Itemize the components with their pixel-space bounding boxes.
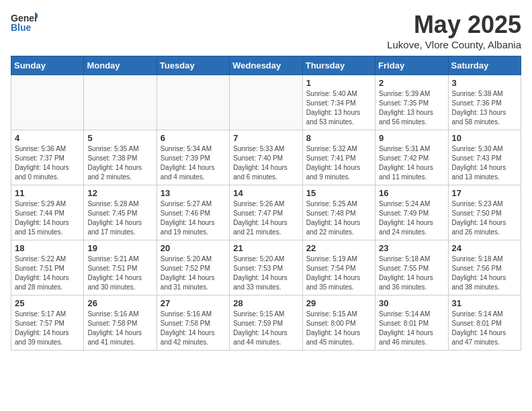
day-info: Sunrise: 5:20 AM Sunset: 7:52 PM Dayligh… [161,255,226,292]
day-info: Sunrise: 5:17 AM Sunset: 7:57 PM Dayligh… [15,310,80,347]
day-info: Sunrise: 5:34 AM Sunset: 7:39 PM Dayligh… [161,144,226,182]
table-row: 31Sunrise: 5:14 AM Sunset: 8:01 PM Dayli… [448,295,521,351]
day-info: Sunrise: 5:31 AM Sunset: 7:42 PM Dayligh… [379,144,444,182]
table-row: 25Sunrise: 5:17 AM Sunset: 7:57 PM Dayli… [11,295,84,351]
day-number: 30 [379,298,444,308]
table-row: 23Sunrise: 5:18 AM Sunset: 7:55 PM Dayli… [375,240,448,295]
table-row [11,75,84,130]
day-info: Sunrise: 5:14 AM Sunset: 8:01 PM Dayligh… [379,310,444,347]
day-number: 6 [161,133,226,143]
header-saturday: Saturday [448,56,521,75]
day-info: Sunrise: 5:26 AM Sunset: 7:47 PM Dayligh… [233,199,298,237]
day-info: Sunrise: 5:32 AM Sunset: 7:41 PM Dayligh… [306,144,371,182]
day-info: Sunrise: 5:18 AM Sunset: 7:55 PM Dayligh… [379,255,444,292]
table-row: 20Sunrise: 5:20 AM Sunset: 7:52 PM Dayli… [157,240,229,295]
header-tuesday: Tuesday [157,56,229,75]
table-row: 2Sunrise: 5:39 AM Sunset: 7:35 PM Daylig… [375,75,448,130]
day-info: Sunrise: 5:22 AM Sunset: 7:51 PM Dayligh… [15,255,80,292]
table-row: 11Sunrise: 5:29 AM Sunset: 7:44 PM Dayli… [11,185,84,240]
table-row: 28Sunrise: 5:15 AM Sunset: 7:59 PM Dayli… [230,295,302,351]
header-thursday: Thursday [302,56,375,75]
table-row: 19Sunrise: 5:21 AM Sunset: 7:51 PM Dayli… [84,240,157,295]
day-number: 11 [15,188,80,198]
calendar-header-row: Sunday Monday Tuesday Wednesday Thursday… [11,56,521,75]
table-row: 26Sunrise: 5:16 AM Sunset: 7:58 PM Dayli… [84,295,157,351]
day-number: 28 [233,298,298,308]
table-row: 24Sunrise: 5:18 AM Sunset: 7:56 PM Dayli… [448,240,521,295]
day-info: Sunrise: 5:24 AM Sunset: 7:49 PM Dayligh… [379,199,444,237]
day-info: Sunrise: 5:30 AM Sunset: 7:43 PM Dayligh… [452,144,517,182]
day-number: 10 [452,133,517,143]
day-info: Sunrise: 5:27 AM Sunset: 7:46 PM Dayligh… [161,199,226,237]
day-number: 9 [379,133,444,143]
day-number: 7 [233,133,298,143]
day-number: 24 [452,243,517,253]
header-friday: Friday [375,56,448,75]
day-number: 20 [161,243,226,253]
table-row: 13Sunrise: 5:27 AM Sunset: 7:46 PM Dayli… [157,185,229,240]
day-info: Sunrise: 5:16 AM Sunset: 7:58 PM Dayligh… [87,310,152,347]
day-number: 1 [306,78,371,88]
day-number: 31 [452,298,517,308]
table-row: 30Sunrise: 5:14 AM Sunset: 8:01 PM Dayli… [375,295,448,351]
day-number: 27 [161,298,226,308]
day-number: 14 [233,188,298,198]
day-number: 2 [379,78,444,88]
page-header: General Blue May 2025 Lukove, Vlore Coun… [11,11,521,50]
day-info: Sunrise: 5:15 AM Sunset: 7:59 PM Dayligh… [233,310,298,347]
table-row [230,75,302,130]
table-row: 6Sunrise: 5:34 AM Sunset: 7:39 PM Daylig… [157,130,229,185]
header-monday: Monday [84,56,157,75]
day-number: 18 [15,243,80,253]
table-row: 16Sunrise: 5:24 AM Sunset: 7:49 PM Dayli… [375,185,448,240]
table-row: 27Sunrise: 5:16 AM Sunset: 7:58 PM Dayli… [157,295,229,351]
day-number: 4 [15,133,80,143]
table-row: 22Sunrise: 5:19 AM Sunset: 7:54 PM Dayli… [302,240,375,295]
table-row: 8Sunrise: 5:32 AM Sunset: 7:41 PM Daylig… [302,130,375,185]
day-number: 26 [87,298,152,308]
day-number: 17 [452,188,517,198]
day-number: 22 [306,243,371,253]
table-row: 21Sunrise: 5:20 AM Sunset: 7:53 PM Dayli… [230,240,302,295]
day-number: 8 [306,133,371,143]
calendar-week-row: 25Sunrise: 5:17 AM Sunset: 7:57 PM Dayli… [11,295,521,351]
day-number: 12 [87,188,152,198]
day-number: 29 [306,298,371,308]
day-number: 16 [379,188,444,198]
table-row: 18Sunrise: 5:22 AM Sunset: 7:51 PM Dayli… [11,240,84,295]
day-number: 3 [452,78,517,88]
day-info: Sunrise: 5:14 AM Sunset: 8:01 PM Dayligh… [452,310,517,347]
table-row: 3Sunrise: 5:38 AM Sunset: 7:36 PM Daylig… [448,75,521,130]
day-info: Sunrise: 5:36 AM Sunset: 7:37 PM Dayligh… [15,144,80,182]
day-number: 23 [379,243,444,253]
calendar-week-row: 11Sunrise: 5:29 AM Sunset: 7:44 PM Dayli… [11,185,521,240]
table-row: 17Sunrise: 5:23 AM Sunset: 7:50 PM Dayli… [448,185,521,240]
calendar-week-row: 1Sunrise: 5:40 AM Sunset: 7:34 PM Daylig… [11,75,521,130]
day-number: 25 [15,298,80,308]
day-info: Sunrise: 5:38 AM Sunset: 7:36 PM Dayligh… [452,89,517,127]
day-info: Sunrise: 5:15 AM Sunset: 8:00 PM Dayligh… [306,310,371,347]
day-info: Sunrise: 5:20 AM Sunset: 7:53 PM Dayligh… [233,255,298,292]
day-info: Sunrise: 5:25 AM Sunset: 7:48 PM Dayligh… [306,199,371,237]
day-info: Sunrise: 5:23 AM Sunset: 7:50 PM Dayligh… [452,199,517,237]
svg-text:Blue: Blue [11,22,32,33]
table-row: 7Sunrise: 5:33 AM Sunset: 7:40 PM Daylig… [230,130,302,185]
day-info: Sunrise: 5:28 AM Sunset: 7:45 PM Dayligh… [87,199,152,237]
day-number: 19 [87,243,152,253]
day-info: Sunrise: 5:29 AM Sunset: 7:44 PM Dayligh… [15,199,80,237]
header-wednesday: Wednesday [230,56,302,75]
day-number: 21 [233,243,298,253]
table-row: 5Sunrise: 5:35 AM Sunset: 7:38 PM Daylig… [84,130,157,185]
day-info: Sunrise: 5:21 AM Sunset: 7:51 PM Dayligh… [87,255,152,292]
table-row: 29Sunrise: 5:15 AM Sunset: 8:00 PM Dayli… [302,295,375,351]
title-block: May 2025 Lukove, Vlore County, Albania [387,11,521,50]
calendar-table: Sunday Monday Tuesday Wednesday Thursday… [11,56,521,351]
calendar-week-row: 4Sunrise: 5:36 AM Sunset: 7:37 PM Daylig… [11,130,521,185]
day-number: 13 [161,188,226,198]
header-sunday: Sunday [11,56,84,75]
day-number: 5 [87,133,152,143]
day-info: Sunrise: 5:39 AM Sunset: 7:35 PM Dayligh… [379,89,444,127]
day-info: Sunrise: 5:33 AM Sunset: 7:40 PM Dayligh… [233,144,298,182]
logo-icon: General Blue [11,11,38,35]
day-info: Sunrise: 5:19 AM Sunset: 7:54 PM Dayligh… [306,255,371,292]
